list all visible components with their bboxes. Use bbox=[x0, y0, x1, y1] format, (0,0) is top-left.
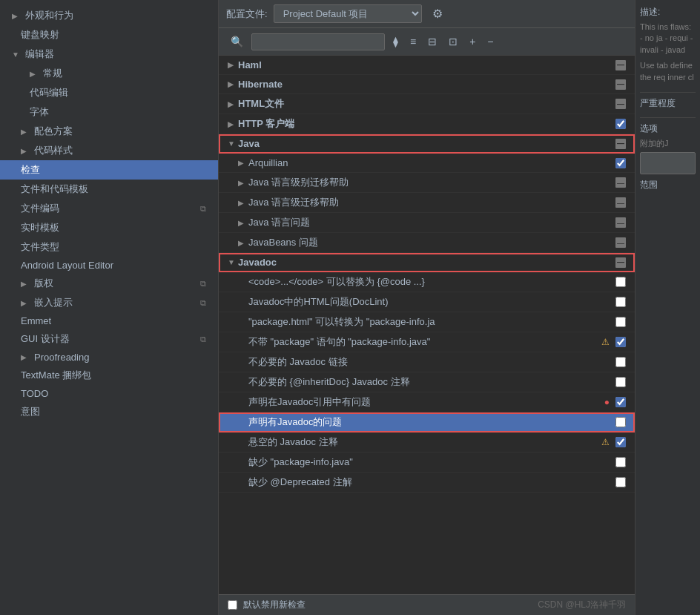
sidebar: ▶ 外观和行为 键盘映射 ▼ 编辑器 ▶ 常规 代码编辑 字体 ▶ 配色方案 ▶… bbox=[0, 0, 219, 615]
sidebar-item-label: 意图 bbox=[21, 405, 40, 418]
minus-button[interactable]: − bbox=[483, 34, 497, 49]
options-label: 选项 bbox=[640, 122, 696, 135]
sidebar-item-code-style[interactable]: ▶ 代码样式 bbox=[0, 141, 218, 160]
row-arquillian[interactable]: ▶ Arquillian bbox=[219, 154, 635, 173]
section-javadoc[interactable]: ▼ Javadoc — bbox=[219, 253, 635, 272]
http-checkbox[interactable] bbox=[615, 119, 626, 129]
sidebar-item-keymap[interactable]: 键盘映射 bbox=[0, 25, 218, 45]
row-missing-deprecated[interactable]: 缺少 @Deprecated 注解 bbox=[219, 473, 635, 493]
diff-button[interactable]: ⊡ bbox=[445, 34, 461, 49]
gear-button[interactable]: ⚙ bbox=[428, 5, 447, 22]
row-javadoc-html[interactable]: Javadoc中的HTML问题(DocLint) bbox=[219, 292, 635, 312]
sidebar-item-color-scheme[interactable]: ▶ 配色方案 bbox=[0, 122, 218, 141]
row-label: 缺少 @Deprecated 注解 bbox=[248, 476, 610, 489]
sidebar-item-live-templates[interactable]: 实时模板 bbox=[0, 218, 218, 237]
error-icon: ● bbox=[604, 397, 610, 407]
chevron-right-icon: ▶ bbox=[228, 100, 238, 108]
search-icon: 🔍 bbox=[226, 33, 247, 50]
sidebar-item-code-edit[interactable]: 代码编辑 bbox=[0, 83, 218, 102]
minus-indicator: — bbox=[615, 177, 626, 188]
row-decl-javadoc-ref[interactable]: 声明在Javadoc引用中有问题 ● bbox=[219, 392, 635, 412]
chevron-right-icon: ▶ bbox=[228, 80, 238, 88]
sidebar-item-intention[interactable]: 意图 bbox=[0, 402, 218, 421]
section-label: Hibernate bbox=[238, 79, 610, 90]
sidebar-item-file-types[interactable]: 文件类型 bbox=[0, 237, 218, 257]
sidebar-item-android-layout-editor[interactable]: Android Layout Editor bbox=[0, 257, 218, 274]
sidebar-item-appearance[interactable]: ▶ 外观和行为 bbox=[0, 6, 218, 25]
config-label: 配置文件: bbox=[226, 7, 268, 21]
section-hibernate[interactable]: ▶ Hibernate — bbox=[219, 75, 635, 94]
sidebar-item-inlay-hints[interactable]: ▶ 嵌入提示 ⧉ bbox=[0, 293, 218, 312]
sidebar-item-file-encoding[interactable]: 文件编码 ⧉ bbox=[0, 199, 218, 218]
minus-indicator: — bbox=[615, 217, 626, 228]
minus-indicator: — bbox=[615, 257, 626, 268]
sidebar-item-file-templates[interactable]: 文件和代码模板 bbox=[0, 180, 218, 199]
row-dangling-javadoc[interactable]: 悬空的 Javadoc 注释 ⚠ bbox=[219, 433, 635, 453]
desc-text2: Use tab define the req inner cl bbox=[640, 60, 696, 83]
config-select[interactable]: Project Default 项目 bbox=[274, 4, 422, 23]
sidebar-item-general[interactable]: ▶ 常规 bbox=[0, 64, 218, 83]
warn-icon: ⚠ bbox=[601, 337, 610, 347]
section-http[interactable]: ▶ HTTP 客户端 bbox=[219, 114, 635, 134]
search-input[interactable] bbox=[251, 33, 385, 50]
sidebar-item-textmate[interactable]: TextMate 捆绑包 bbox=[0, 366, 218, 385]
row-java-lang-issues[interactable]: ▶ Java 语言问题 — bbox=[219, 213, 635, 233]
section-java[interactable]: ▼ Java — bbox=[219, 134, 635, 154]
sidebar-item-proofreading[interactable]: ▶ Proofreading bbox=[0, 349, 218, 366]
sidebar-item-emmet[interactable]: Emmet bbox=[0, 312, 218, 329]
sidebar-item-inspection[interactable]: 检查 bbox=[0, 160, 218, 180]
chevron-down-icon: ▼ bbox=[228, 258, 238, 266]
decl-javadoc-ref-checkbox[interactable] bbox=[615, 397, 626, 407]
sidebar-item-label: GUI 设计器 bbox=[21, 332, 70, 346]
row-package-html[interactable]: "package.html" 可以转换为 "package-info.ja bbox=[219, 312, 635, 332]
missing-package-info-checkbox[interactable] bbox=[615, 457, 626, 467]
sidebar-item-editor[interactable]: ▼ 编辑器 bbox=[0, 45, 218, 64]
row-unnecessary-link[interactable]: 不必要的 Javadoc 链接 bbox=[219, 352, 635, 372]
arquillian-checkbox[interactable] bbox=[615, 158, 626, 168]
code-replace-checkbox[interactable] bbox=[615, 277, 626, 287]
desc-text: This ins flaws: - no ja - requi - invali… bbox=[640, 22, 696, 56]
section-haml[interactable]: ▶ Haml — bbox=[219, 56, 635, 75]
row-java-lang-migration2[interactable]: ▶ Java 语言级迁移帮助 — bbox=[219, 193, 635, 213]
minus-indicator: — bbox=[615, 99, 626, 109]
section-label: Java bbox=[238, 138, 610, 149]
chevron-down-icon: ▼ bbox=[228, 139, 238, 148]
package-html-checkbox[interactable] bbox=[615, 317, 626, 327]
javadoc-issues-checkbox[interactable] bbox=[615, 417, 626, 427]
row-javadoc-issues-selected[interactable]: 声明有Javadoc的问题 bbox=[219, 412, 635, 433]
sidebar-item-gui-designer[interactable]: GUI 设计器 ⧉ bbox=[0, 329, 218, 349]
no-package-checkbox[interactable] bbox=[615, 337, 626, 347]
collapse-all-button[interactable]: ⊟ bbox=[424, 34, 440, 49]
missing-deprecated-checkbox[interactable] bbox=[615, 477, 626, 487]
row-no-package[interactable]: 不带 "package" 语句的 "package-info.java" ⚠ bbox=[219, 332, 635, 352]
main-container: ▶ 外观和行为 键盘映射 ▼ 编辑器 ▶ 常规 代码编辑 字体 ▶ 配色方案 ▶… bbox=[0, 0, 700, 615]
sidebar-item-label: Android Layout Editor bbox=[21, 260, 113, 271]
javadoc-html-checkbox[interactable] bbox=[615, 297, 626, 307]
chevron-right-icon: ▶ bbox=[238, 219, 248, 227]
sidebar-item-label: 版权 bbox=[34, 277, 53, 290]
row-unnecessary-inheritdoc[interactable]: 不必要的 {@inheritDoc} Javadoc 注释 bbox=[219, 372, 635, 392]
minus-indicator: — bbox=[615, 237, 626, 248]
section-label: HTTP 客户端 bbox=[238, 117, 610, 131]
row-java-lang-migration1[interactable]: ▶ Java 语言级别迁移帮助 — bbox=[219, 173, 635, 193]
dangling-javadoc-checkbox[interactable] bbox=[615, 437, 626, 447]
sidebar-item-label: 文件编码 bbox=[21, 202, 59, 215]
sidebar-item-todo[interactable]: TODO bbox=[0, 385, 218, 402]
options-textarea[interactable] bbox=[640, 152, 696, 174]
disable-new-checkbox[interactable] bbox=[228, 600, 237, 610]
chevron-right-icon: ▶ bbox=[228, 120, 238, 128]
chevron-right-icon: ▶ bbox=[21, 128, 30, 136]
unnecessary-link-checkbox[interactable] bbox=[615, 357, 626, 367]
add-button[interactable]: + bbox=[466, 34, 479, 49]
sidebar-item-copyright[interactable]: ▶ 版权 ⧉ bbox=[0, 274, 218, 293]
unnecessary-inheritdoc-checkbox[interactable] bbox=[615, 377, 626, 387]
section-html[interactable]: ▶ HTML文件 — bbox=[219, 94, 635, 114]
row-code-replace[interactable]: <code>...</code> 可以替换为 {@code ...} bbox=[219, 272, 635, 292]
expand-all-button[interactable]: ≡ bbox=[406, 34, 420, 49]
sidebar-item-font[interactable]: 字体 bbox=[0, 102, 218, 122]
minus-indicator: — bbox=[615, 197, 626, 208]
row-missing-package-info[interactable]: 缺少 "package-info.java" bbox=[219, 453, 635, 473]
filter-button[interactable]: ⧫ bbox=[389, 34, 402, 49]
row-label: Java 语言级别迁移帮助 bbox=[248, 176, 610, 189]
row-javabeans[interactable]: ▶ JavaBeans 问题 — bbox=[219, 233, 635, 253]
